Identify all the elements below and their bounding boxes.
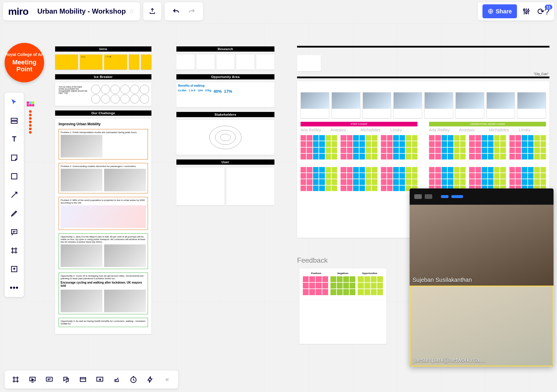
feedback-chart-area — [303, 300, 383, 335]
concept-card[interactable] — [393, 92, 422, 118]
user-persona-card[interactable] — [226, 168, 274, 205]
video-chrome — [410, 188, 554, 205]
right-section-header[interactable] — [297, 46, 549, 48]
feedback-sticky-row — [303, 276, 383, 295]
feedback-panel[interactable]: PositivesNegativesOpportunities — [299, 268, 386, 344]
concept-card[interactable] — [301, 92, 329, 118]
problem-1-image — [61, 135, 102, 157]
section-stakeholders-header[interactable]: Stakeholders — [176, 112, 274, 117]
stakeholder-diagram — [208, 124, 243, 150]
help-icon[interactable]: ⟳?11 — [536, 6, 549, 17]
video-tile-2[interactable]: jaesun.park@network.rca.... — [410, 286, 554, 366]
topbar-right: Share ⟳?11 — [478, 2, 554, 20]
video-tile-1[interactable]: Sujeban Susilakanthan — [410, 205, 554, 286]
concept-card[interactable] — [487, 92, 515, 118]
feedback-label: Feedback — [297, 256, 328, 264]
svg-point-10 — [215, 130, 236, 145]
user-persona-diagram[interactable] — [176, 168, 225, 205]
problem-2-image — [61, 169, 102, 191]
concept-card[interactable] — [332, 92, 360, 118]
ice-breaker-note: Turn as many of the black circles as pos… — [57, 85, 89, 104]
research-thumb[interactable] — [256, 55, 274, 70]
opportunity-2-image — [61, 290, 102, 312]
comments-tool-icon[interactable] — [45, 375, 54, 384]
feedback-negatives — [330, 276, 356, 295]
feedback-positives — [303, 276, 328, 295]
section-challenge-header[interactable]: Our Challenge — [55, 110, 151, 116]
intro-card[interactable] — [55, 55, 78, 70]
favorite-star-icon[interactable]: ☆ — [129, 8, 135, 15]
svg-rect-13 — [46, 377, 53, 381]
undo-icon[interactable] — [172, 8, 180, 15]
sticky-grid-step-count[interactable] — [301, 167, 417, 191]
window-control[interactable] — [425, 194, 432, 199]
intro-card[interactable] — [141, 55, 151, 70]
stakeholders-panel[interactable] — [176, 120, 274, 155]
research-thumb[interactable] — [176, 55, 195, 70]
svg-point-2 — [526, 12, 527, 14]
svg-rect-14 — [80, 378, 86, 382]
card-tool-icon[interactable] — [78, 375, 88, 384]
redo-icon[interactable] — [188, 8, 196, 15]
timer-tool-icon[interactable] — [129, 375, 138, 384]
sticky-grid-step-count[interactable] — [301, 135, 417, 159]
present-tool-icon[interactable] — [28, 375, 37, 384]
window-control[interactable] — [414, 194, 422, 199]
undo-redo-group — [165, 2, 203, 20]
concept-card[interactable] — [424, 92, 453, 118]
small-list-panel[interactable] — [297, 55, 321, 71]
concept-card[interactable] — [455, 92, 484, 118]
intro-card[interactable] — [129, 55, 139, 70]
share-button[interactable]: Share — [482, 4, 517, 18]
export-button[interactable] — [143, 2, 161, 20]
research-thumb[interactable] — [196, 55, 215, 70]
settings-sliders-icon[interactable] — [522, 7, 530, 15]
frames-tool-icon[interactable] — [11, 375, 20, 384]
intro-card[interactable]: ◇◇◇ — [80, 55, 103, 70]
voting-tool-icon[interactable] — [112, 375, 121, 384]
feedback-opportunities — [358, 276, 383, 295]
svg-point-9 — [209, 126, 241, 149]
participant-names: Aria ReilleyAnastasiMichailidesLinsky — [301, 128, 417, 132]
intro-card[interactable]: ⌕ ✎ ⚙ — [104, 55, 127, 70]
video-tab-active[interactable] — [441, 195, 449, 198]
section-user-header[interactable]: User — [176, 159, 274, 165]
problem-1-chart — [104, 135, 146, 157]
ice-breaker-panel[interactable]: Turn as many of the black circles as pos… — [55, 82, 151, 106]
concept-card[interactable] — [517, 92, 546, 118]
board-title[interactable]: Urban Mobility - Workshop — [31, 7, 126, 15]
research-thumb[interactable] — [236, 55, 254, 70]
opportunity-card: Opportunity 1: (tbd) It is the Mayor's a… — [59, 233, 148, 269]
screen-share-icon[interactable] — [95, 375, 104, 384]
research-thumb[interactable] — [216, 55, 235, 70]
city-coin-label: "City_Coin" — [534, 72, 556, 76]
top-toolbar: miro Urban Mobility - Workshop ☆ Share ⟳… — [3, 2, 554, 20]
activity-tool-icon[interactable] — [146, 375, 155, 384]
problem-3-map — [61, 205, 146, 228]
sticky-matrix-row — [301, 164, 546, 191]
section-intro-header[interactable]: Intro — [55, 46, 151, 52]
share-label: Share — [496, 8, 512, 15]
chat-tool-icon[interactable] — [62, 375, 71, 384]
challenge-panel[interactable]: Improving Urban Mobility Problem 1: Publ… — [55, 119, 151, 334]
video-call-panel[interactable]: Sujeban Susilakanthan jaesun.park@networ… — [410, 188, 554, 366]
section-opportunity-header[interactable]: Opportunity Area — [176, 74, 274, 79]
svg-point-1 — [524, 9, 525, 11]
globe-icon — [488, 8, 493, 14]
section-research-header[interactable]: Research — [176, 46, 274, 52]
problem-card: Problem 3: 68% of the world population i… — [59, 197, 148, 230]
sticky-grid-coins[interactable] — [429, 167, 546, 191]
video-tab[interactable] — [451, 195, 463, 198]
opportunity-card: Opportunity 3: As well as having health … — [59, 318, 148, 327]
news-headline: Encourage cycling and walking after lock… — [61, 281, 146, 287]
column-intro: Intro ◇◇◇ ⌕ ✎ ⚙ Ice Breaker Turn as many… — [55, 46, 151, 334]
benefits-panel[interactable]: Benefits of walking £1.6bn1 in 610%57kg4… — [176, 82, 274, 107]
miro-logo[interactable]: miro — [8, 6, 28, 17]
sticky-grid-coins[interactable] — [429, 135, 546, 159]
city-coin-header[interactable] — [297, 77, 549, 78]
collapse-toolbar-icon[interactable]: « — [162, 375, 172, 384]
opportunity-1-portrait — [61, 244, 102, 267]
concept-card[interactable] — [363, 92, 391, 118]
section-icebreaker-header[interactable]: Ice Breaker — [55, 74, 151, 79]
opportunity-1-chart — [104, 244, 146, 267]
